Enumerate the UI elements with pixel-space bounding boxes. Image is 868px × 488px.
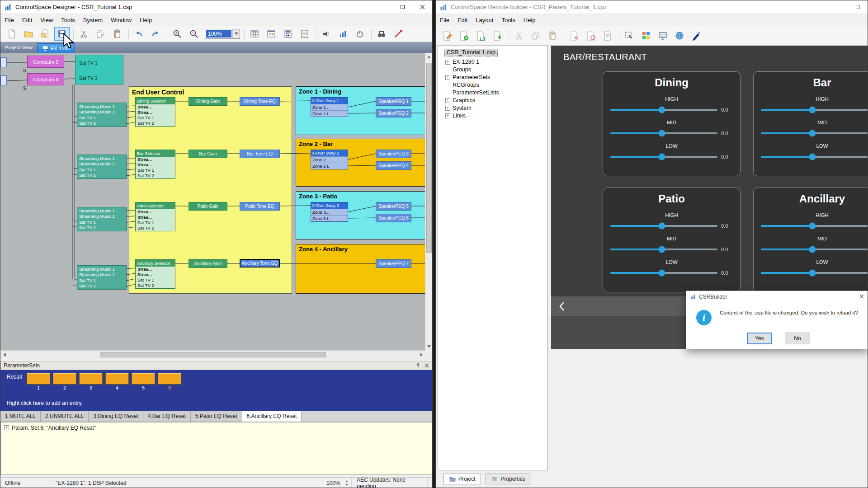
ancillary-high-slider[interactable] [761,225,868,227]
table-view-button[interactable] [247,27,262,41]
cut-button[interactable] [511,29,527,42]
remove-item-button[interactable] [583,29,599,42]
param-set-tab-6[interactable]: 6:Ancillary EQ Reset [242,411,302,422]
reload-file-button[interactable] [473,29,488,42]
xover-2way-1-block[interactable]: X-Over 2way 1 Zone 1... Zone 1 L [311,97,348,117]
dining-mid-slider[interactable] [610,132,717,134]
horizontal-scrollbar[interactable] [0,350,425,359]
menu-file[interactable]: File [436,15,453,25]
network-button[interactable] [672,29,687,42]
minimize-button[interactable] [373,0,392,14]
zoom-level-combobox[interactable]: 100% [205,29,240,39]
speaker-peq-1-block[interactable]: SpeakerPEQ 1 [376,97,411,106]
expand-icon[interactable] [445,98,450,103]
speaker-peq-6-block[interactable]: SpeakerPEQ 6 [376,214,411,222]
input-source-block-4[interactable]: Streaming Music 1 Streaming Music 2 Sat … [77,265,127,290]
minimize-button[interactable] [828,0,848,14]
recall-area[interactable]: Recall 1 2 3 4 5 6 Right click here to a… [0,370,432,411]
menu-view[interactable]: View [36,15,57,25]
probe-button[interactable] [391,27,406,41]
pin-icon[interactable] [415,363,421,368]
yes-button[interactable]: Yes [747,333,772,344]
expand-icon[interactable] [445,113,450,118]
menu-edit[interactable]: Edit [453,15,472,25]
slider-knob[interactable] [809,106,816,113]
recall-button-3[interactable] [79,373,103,385]
patio-gain-block[interactable]: Patio Gain [189,202,227,211]
slider-knob[interactable] [809,130,816,136]
layout-grid-button[interactable] [638,29,654,42]
zoom-out-button[interactable] [186,27,202,41]
speaker-peq-4-block[interactable]: SpeakerPEQ 4 [376,161,411,170]
meters-button[interactable] [335,27,351,41]
ancillary-zone-panel[interactable]: Ancillary HIGH 0.0 MID 0.0 LOW 0.0 [753,188,868,292]
design-canvas[interactable]: Zone 1 - Dining Zone 2 - Bar Zone 3 - Pa… [0,53,425,350]
ancillary-selector-block[interactable]: Ancillary Selector Strea... Strea... Sat… [135,259,175,289]
send-to-device-button[interactable] [655,29,670,42]
param-set-tab-2[interactable]: 2:UNMUTE ALL [41,411,89,422]
designer-titlebar[interactable]: ControlSpace Designer - CSR_Tutorial 1.c… [0,0,432,14]
tree-item-parametersets[interactable]: ParameterSets [438,73,547,81]
bar-gain-block[interactable]: Bar Gain [189,150,227,158]
vertical-scrollbar[interactable] [425,53,433,350]
menu-tools[interactable]: Tools [57,15,79,25]
open-project-button[interactable] [21,27,36,41]
param-set-tab-3[interactable]: 3:Dining EQ Reset [89,411,143,422]
cut-button[interactable] [76,27,91,41]
scroll-up-icon[interactable] [425,53,433,61]
dining-gain-block[interactable]: Dining Gain [189,97,227,106]
xover-2way-3-block[interactable]: X-Over 2way 3 Zone 3... Zone 3 L [311,202,348,222]
menu-help[interactable]: Help [519,15,540,25]
ancillary-mid-slider[interactable] [761,249,868,250]
tree-item-groups[interactable]: Groups [438,66,547,73]
tree-item-links[interactable]: Links [438,112,547,119]
dining-selector-block[interactable]: Dining Selector Strea... Strea... Sat TV… [135,97,175,127]
control-panel-button[interactable] [280,27,296,41]
dropdown-arrow-icon[interactable] [232,29,240,38]
dining-low-slider[interactable] [610,156,717,158]
zoom-in-button[interactable] [170,27,185,41]
zoom-spinner-icons[interactable] [345,480,349,486]
maximize-button[interactable] [848,0,868,14]
menu-help[interactable]: Help [136,15,156,25]
tree-item-ex-1280[interactable]: EX-1280 1 [438,58,547,66]
patio-high-slider[interactable] [610,225,717,227]
copy-button[interactable] [93,27,108,41]
dining-high-slider[interactable] [610,109,717,111]
slider-knob[interactable] [658,246,665,253]
design-mode-button[interactable] [689,29,704,42]
list-view-button[interactable] [297,27,312,41]
undo-button[interactable] [131,27,146,41]
speaker-peq-5-block[interactable]: SpeakerPEQ 5 [376,202,411,211]
tree-item-system[interactable]: System [438,104,547,112]
parametersets-header[interactable]: ParameterSets [0,361,432,370]
speaker-peq-2-block[interactable]: SpeakerPEQ 2 [376,109,411,117]
complim4-block[interactable]: CompLim 4 [27,73,64,85]
slider-knob[interactable] [658,153,665,160]
open-file-button[interactable] [38,27,53,41]
delete-panel-button[interactable] [566,29,582,42]
slider-knob[interactable] [809,153,816,160]
no-button[interactable]: No [785,333,810,344]
scroll-right-icon[interactable] [417,351,425,359]
chevron-left-icon[interactable] [557,300,566,313]
mute-button[interactable] [319,27,334,41]
sat-tv-block[interactable]: Sat TV 1 Sat TV 2 [75,55,123,84]
input-source-block-2[interactable]: Streaming Music 1 Streaming Music 2 Sat … [77,155,127,179]
dialog-titlebar[interactable]: CSRBuilder [686,291,868,303]
bar-tone-eq-block[interactable]: Bar Tone EQ [240,150,280,158]
tree-root-item[interactable]: CSR_Tutorial 1.csp [444,49,498,56]
paste-button[interactable] [545,29,560,42]
tree-item-rcgroups[interactable]: RCGroups [438,81,547,89]
expand-icon[interactable] [445,60,450,65]
bar-zone-panel[interactable]: Bar HIGH 0.0 MID 0.0 LOW 0.0 [753,71,868,176]
patio-low-slider[interactable] [610,272,717,274]
expand-icon[interactable] [445,75,450,80]
scroll-down-icon[interactable] [425,343,433,350]
input-stub-block[interactable] [0,57,7,67]
complim3-block[interactable]: CompLim 3 [27,56,64,68]
select-tool-button[interactable] [622,29,637,42]
import-file-button[interactable] [490,29,505,42]
input-source-block-1[interactable]: Streaming Music 1 Streaming Music 2 Sat … [77,103,127,127]
close-panel-icon[interactable] [425,363,429,368]
